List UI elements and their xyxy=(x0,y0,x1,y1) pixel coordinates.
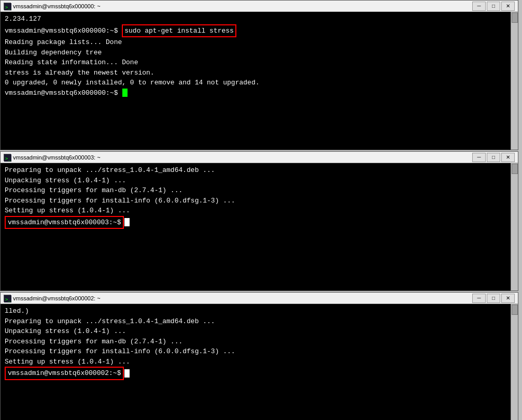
terminal-line: Reading state information... Done xyxy=(5,57,509,68)
terminal-line: Unpacking stress (1.0.4-1) ... xyxy=(5,326,509,337)
terminal-line: Setting up stress (1.0.4-1) ... xyxy=(5,206,509,216)
terminal-window-1[interactable]: >_ vmssadmin@vmssbtq6x000000: ~ ─ □ ✕ 2.… xyxy=(0,0,518,150)
terminal-line: Processing triggers for man-db (2.7.4-1)… xyxy=(5,337,509,347)
restore-btn-2[interactable]: □ xyxy=(487,153,500,162)
minimize-btn-1[interactable]: ─ xyxy=(472,2,486,11)
terminal-line: Reading package lists... Done xyxy=(5,37,509,48)
terminal-body-1: 2.234.127 vmssadmin@vmssbtq6x000000:~$ s… xyxy=(1,12,518,150)
terminal-cursor-1 xyxy=(122,89,128,97)
highlighted-command: sudo apt-get install stress xyxy=(122,24,236,38)
terminal-line: Processing triggers for man-db (2.7.4-1)… xyxy=(5,185,509,196)
terminal-line: vmssadmin@vmssbtq6x000000:~$ xyxy=(5,88,509,98)
terminal-line: vmssadmin@vmssbtq6x000003:~$ xyxy=(5,216,509,229)
close-btn-1[interactable]: ✕ xyxy=(501,2,515,11)
minimize-btn-3[interactable]: ─ xyxy=(472,294,486,303)
window-icon-1: >_ xyxy=(4,3,11,10)
svg-text:>_: >_ xyxy=(5,297,11,302)
close-btn-3[interactable]: ✕ xyxy=(501,294,515,303)
terminal-cursor-3 xyxy=(124,369,130,378)
minimize-btn-2[interactable]: ─ xyxy=(472,153,486,162)
terminal-line: Setting up stress (1.0.4-1) ... xyxy=(5,357,509,367)
restore-btn-3[interactable]: □ xyxy=(487,294,500,303)
terminal-body-2: Preparing to unpack .../stress_1.0.4-1_a… xyxy=(1,163,518,291)
terminal-window-3[interactable]: >_ vmssadmin@vmssbtq6x000002: ~ ─ □ ✕ ll… xyxy=(0,292,518,420)
title-text-3: vmssadmin@vmssbtq6x000002: ~ xyxy=(13,295,472,301)
prompt-highlight-3: vmssadmin@vmssbtq6x000002:~$ xyxy=(5,367,124,380)
window-controls-1: ─ □ ✕ xyxy=(472,2,515,11)
scrollbar-thumb-3[interactable] xyxy=(512,305,518,315)
terminal-window-2[interactable]: >_ vmssadmin@vmssbtq6x000003: ~ ─ □ ✕ Pr… xyxy=(0,151,518,291)
terminal-line: vmssadmin@vmssbtq6x000002:~$ xyxy=(5,367,509,380)
title-text-2: vmssadmin@vmssbtq6x000003: ~ xyxy=(13,154,472,161)
scrollbar-thumb-2[interactable] xyxy=(512,164,518,174)
terminal-line: Processing triggers for install-info (6.… xyxy=(5,196,509,206)
title-bar-3: >_ vmssadmin@vmssbtq6x000002: ~ ─ □ ✕ xyxy=(1,293,518,304)
terminal-line: 0 upgraded, 0 newly installed, 0 to remo… xyxy=(5,78,509,88)
close-btn-2[interactable]: ✕ xyxy=(501,153,515,162)
title-bar-1: >_ vmssadmin@vmssbtq6x000000: ~ ─ □ ✕ xyxy=(1,1,518,12)
terminal-line: stress is already the newest version. xyxy=(5,68,509,78)
window-controls-2: ─ □ ✕ xyxy=(472,153,515,162)
terminal-line: Preparing to unpack .../stress_1.0.4-1_a… xyxy=(5,316,509,327)
scrollbar-1[interactable] xyxy=(511,12,518,150)
title-text-1: vmssadmin@vmssbtq6x000000: ~ xyxy=(13,3,472,9)
window-icon-2: >_ xyxy=(4,154,11,161)
terminal-line: vmssadmin@vmssbtq6x000000:~$ sudo apt-ge… xyxy=(5,24,509,38)
prompt-highlight-2: vmssadmin@vmssbtq6x000003:~$ xyxy=(5,216,124,229)
scrollbar-thumb-1[interactable] xyxy=(512,12,518,23)
terminal-body-3: lled.) Preparing to unpack .../stress_1.… xyxy=(1,304,518,420)
title-bar-2: >_ vmssadmin@vmssbtq6x000003: ~ ─ □ ✕ xyxy=(1,152,518,163)
terminal-line: Unpacking stress (1.0.4-1) ... xyxy=(5,176,509,186)
terminal-line: Preparing to unpack .../stress_1.0.4-1_a… xyxy=(5,165,509,176)
terminal-line: Processing triggers for install-info (6.… xyxy=(5,346,509,357)
restore-btn-1[interactable]: □ xyxy=(487,2,500,11)
terminal-line: Building dependency tree xyxy=(5,48,509,58)
scrollbar-2[interactable] xyxy=(511,163,518,291)
window-controls-3: ─ □ ✕ xyxy=(472,294,515,303)
scrollbar-3[interactable] xyxy=(511,304,518,420)
svg-text:>_: >_ xyxy=(5,5,11,10)
terminal-line: lled.) xyxy=(5,306,509,316)
svg-text:>_: >_ xyxy=(5,156,11,161)
terminal-line: 2.234.127 xyxy=(5,14,509,24)
terminal-cursor-2 xyxy=(124,218,130,226)
window-icon-3: >_ xyxy=(4,295,11,302)
